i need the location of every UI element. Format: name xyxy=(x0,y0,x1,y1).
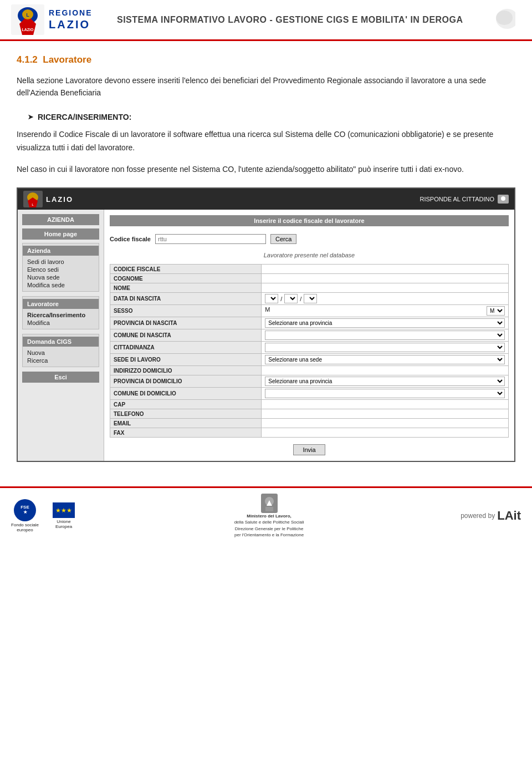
ministero-line4: per l'Orientamento e la Formazione xyxy=(234,532,304,538)
year-select[interactable] xyxy=(304,294,317,303)
table-row: Sede di Lavoro Selezionare una sede xyxy=(110,354,509,366)
header-logo: LAZIO L REGIONE LAZIO xyxy=(11,4,93,35)
field-value-provincia-domicilio[interactable]: Selezionare una provincia xyxy=(262,375,509,388)
input-telefono[interactable] xyxy=(265,410,505,417)
sidebar-domanda-section: Domanda CIGS Nuova Ricerca xyxy=(22,334,99,367)
field-value-data-nascita[interactable]: / / xyxy=(262,293,509,305)
table-row: Provincia di Domicilio Selezionare una p… xyxy=(110,375,509,388)
svg-text:LAZIO: LAZIO xyxy=(22,28,34,32)
table-row: Provincia di Nascita Selezionare una pro… xyxy=(110,317,509,329)
codice-fiscale-input[interactable] xyxy=(155,234,266,244)
ministero-logo: Ministero del Lavoro, della Salute e del… xyxy=(234,494,304,538)
sidebar-item-ricerca-domanda[interactable]: Ricerca xyxy=(23,357,99,364)
field-label-comune-domicilio: Comune di Domicilio xyxy=(110,388,262,400)
field-value-nome[interactable] xyxy=(262,283,509,293)
fse-logo: FSE★ Fondo sociale europeo xyxy=(11,499,39,532)
field-value-comune-nascita[interactable] xyxy=(262,329,509,342)
db-present-text: Lavoratore presente nel database xyxy=(110,252,509,258)
field-value-sede-lavoro[interactable]: Selezionare una sede xyxy=(262,354,509,366)
comune-nascita-select[interactable] xyxy=(265,331,505,340)
table-row: Comune di Domicilio xyxy=(110,388,509,400)
input-cap[interactable] xyxy=(265,401,505,408)
input-email[interactable] xyxy=(265,420,505,426)
field-value-telefono[interactable] xyxy=(262,409,509,419)
sesso-select[interactable]: M F xyxy=(487,306,505,316)
cittadinanza-select[interactable] xyxy=(265,343,505,352)
field-value-indirizzo-domicilio[interactable] xyxy=(262,366,509,375)
subsection-heading: RICERCA/INSERIMENTO: xyxy=(28,113,515,121)
provincia-nascita-select[interactable]: Selezionare una provincia xyxy=(265,318,505,328)
invia-button[interactable]: Invia xyxy=(293,444,325,455)
input-codice-fiscale[interactable] xyxy=(265,266,505,272)
field-value-provincia-nascita[interactable]: Selezionare una provincia xyxy=(262,317,509,329)
cerca-button[interactable]: Cerca xyxy=(270,234,296,244)
main-section-title: Inserire il codice fiscale del lavorator… xyxy=(110,215,509,226)
footer-center-logos: Ministero del Lavoro, della Salute e del… xyxy=(234,494,304,538)
section-name: Lavoratore xyxy=(43,54,91,65)
subsection-label: RICERCA/INSERIMENTO: xyxy=(38,113,131,121)
field-value-comune-domicilio[interactable] xyxy=(262,388,509,400)
logo-lazio: LAZIO xyxy=(49,18,93,31)
intro-paragraph: Nella sezione Lavoratore devono essere i… xyxy=(17,74,515,99)
invia-row: Invia xyxy=(110,444,509,455)
day-select[interactable] xyxy=(265,294,278,303)
table-row: Fax xyxy=(110,428,509,438)
sidebar-item-elenco-sedi[interactable]: Elenco sedi xyxy=(23,266,99,273)
month-select[interactable] xyxy=(284,294,298,303)
svg-point-13 xyxy=(501,196,505,201)
field-value-codice-fiscale[interactable] xyxy=(262,265,509,274)
table-row: Codice Fiscale xyxy=(110,265,509,274)
app-shield-icon: L xyxy=(23,191,43,207)
ministero-line1: Ministero del Lavoro, xyxy=(247,513,291,519)
field-value-cognome[interactable] xyxy=(262,274,509,283)
provincia-domicilio-select[interactable]: Selezionare una provincia xyxy=(265,377,505,386)
esci-button[interactable]: Esci xyxy=(22,372,99,383)
sede-lavoro-select[interactable]: Selezionare una sede xyxy=(265,355,505,364)
field-label-provincia-nascita: Provincia di Nascita xyxy=(110,317,262,329)
input-cognome[interactable] xyxy=(265,275,505,282)
lavoratore-form-table: Codice Fiscale Cognome Nome xyxy=(110,264,509,438)
sidebar-item-nuova-domanda[interactable]: Nuova xyxy=(23,349,99,357)
sidebar-item-sedi-lavoro[interactable]: Sedi di lavoro xyxy=(23,258,99,266)
sidebar-item-modifica[interactable]: Modifica xyxy=(23,319,99,327)
search-row: Codice fiscale Cerca xyxy=(110,232,509,246)
table-row: Cognome xyxy=(110,274,509,283)
app-body: AZIENDA Home page Azienda Sedi di lavoro… xyxy=(18,210,514,461)
table-row: Telefono xyxy=(110,409,509,419)
sidebar-item-ricerca-inserimento[interactable]: Ricerca/Inserimento xyxy=(23,311,99,319)
field-label-cognome: Cognome xyxy=(110,274,262,283)
sidebar-item-nuova-sede[interactable]: Nuova sede xyxy=(23,273,99,281)
app-main-area: Inserire il codice fiscale del lavorator… xyxy=(104,210,514,461)
field-value-fax[interactable] xyxy=(262,428,509,438)
svg-point-7 xyxy=(496,11,513,25)
field-label-sesso: Sesso xyxy=(110,305,262,317)
page-main-title: SISTEMA INFORMATIVO LAVORO - GESTIONE CI… xyxy=(104,15,477,25)
body-paragraph-2: Nel caso in cui il lavoratore non fosse … xyxy=(17,163,515,176)
field-value-sesso[interactable]: M M F xyxy=(262,305,509,317)
sidebar-item-modifica-sede[interactable]: Modifica sede xyxy=(23,281,99,289)
main-content: 4.1.2 Lavoratore Nella sezione Lavorator… xyxy=(0,41,532,475)
input-fax[interactable] xyxy=(265,429,505,436)
logo-regione: REGIONE xyxy=(49,8,93,18)
app-header-bar: L LAZIO RISPONDE AL CITTADINO xyxy=(18,189,514,210)
field-label-cap: CAP xyxy=(110,400,262,409)
field-value-cap[interactable] xyxy=(262,400,509,409)
sidebar-azienda-title: Azienda xyxy=(23,246,99,256)
eu-flag-icon: ★★★ xyxy=(53,502,75,518)
input-nome[interactable] xyxy=(265,285,505,291)
field-value-email[interactable] xyxy=(262,419,509,428)
home-page-button[interactable]: Home page xyxy=(22,228,99,240)
table-row: Email xyxy=(110,419,509,428)
ministero-emblem-icon xyxy=(261,494,278,513)
sidebar-lavoratore-section: Lavoratore Ricerca/Inserimento Modifica xyxy=(22,296,99,329)
app-header-right-text: RISPONDE AL CITTADINO xyxy=(420,195,509,204)
section-number: 4.1.2 xyxy=(17,54,38,65)
powered-by-text: powered by xyxy=(461,512,495,520)
input-indirizzo-domicilio[interactable] xyxy=(265,367,505,374)
eu-label: Unione Europea xyxy=(50,519,78,529)
table-row: Sesso M M F xyxy=(110,305,509,317)
field-value-cittadinanza[interactable] xyxy=(262,342,509,354)
comune-domicilio-select[interactable] xyxy=(265,389,505,398)
header-title-area: SISTEMA INFORMATIVO LAVORO - GESTIONE CI… xyxy=(104,15,477,25)
cittadino-icon xyxy=(498,195,509,204)
